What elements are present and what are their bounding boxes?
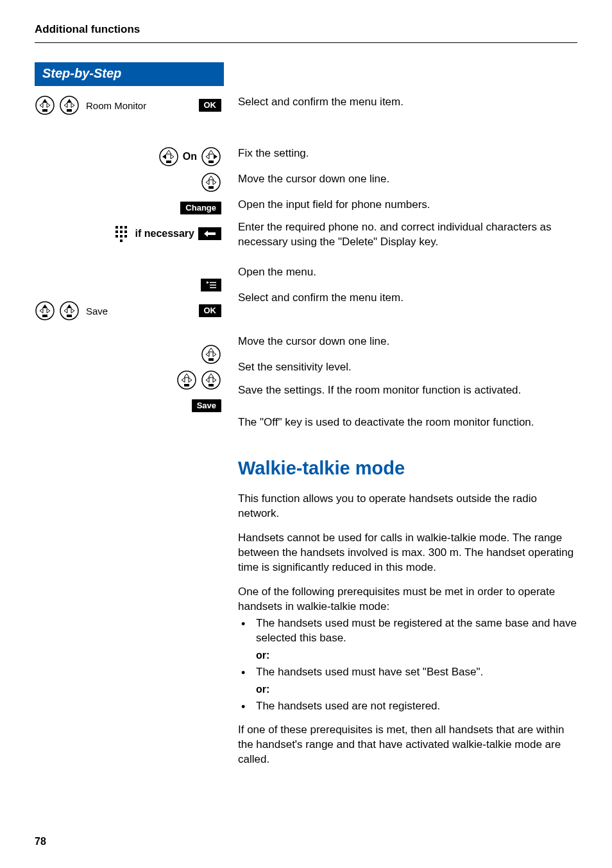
prereq-item-2: The handsets used must have set "Best Ba… [238, 665, 577, 680]
svg-rect-28 [208, 358, 214, 361]
step-sensitivity [35, 367, 224, 393]
desc-r1: Select and confirm the menu item. [238, 95, 404, 110]
svg-rect-5 [166, 161, 171, 163]
step-if-necessary: if necessary [35, 221, 224, 247]
step-cursor-down [35, 169, 224, 195]
svg-rect-32 [208, 384, 214, 386]
step-save-key: Save [35, 393, 224, 419]
svg-rect-18 [124, 235, 127, 238]
nav-up-icon [35, 95, 55, 116]
ok-key[interactable]: OK [199, 304, 222, 318]
nav-down-icon [59, 300, 80, 321]
desc-r3: Move the cursor down one line. [238, 172, 389, 187]
walkie-p3: One of the following prerequisites must … [238, 585, 577, 614]
page-number: 78 [35, 836, 46, 847]
desc-r10: Save the settings. If the room monitor f… [238, 383, 521, 398]
prereq-item-1: The handsets used must be registered at … [238, 616, 577, 646]
step-save: Save OK [35, 298, 224, 324]
nav-right-icon [201, 146, 221, 167]
step-open-menu [35, 272, 224, 298]
save-display-key[interactable]: Save [192, 399, 221, 413]
left-column: Step-by-Step Room Monitor OK On [35, 62, 224, 777]
desc-r2: Fix the setting. [238, 146, 309, 161]
desc-r6: Open the menu. [238, 265, 316, 280]
svg-rect-9 [208, 186, 214, 189]
svg-rect-14 [120, 230, 123, 233]
nav-down-icon [201, 344, 221, 365]
desc-r7: Select and confirm the menu item. [238, 291, 404, 306]
svg-rect-1 [42, 109, 47, 112]
nav-down-icon [201, 172, 221, 193]
nav-down-icon [59, 95, 80, 116]
backspace-key[interactable] [198, 227, 221, 240]
keypad-icon [114, 225, 131, 243]
walkie-p2: Handsets cannot be used for calls in wal… [238, 531, 577, 575]
nav-left-icon [158, 146, 179, 167]
or-label-1: or: [238, 650, 577, 661]
svg-rect-13 [115, 230, 118, 233]
walkie-p1: This function allows you to operate hand… [238, 492, 577, 521]
walkie-talkie-heading: Walkie-talkie mode [238, 458, 577, 479]
prereq-list: The handsets used must be registered at … [238, 616, 577, 714]
step-cursor-down-2 [35, 342, 224, 367]
walkie-p4: If one of these prerequisites is met, th… [238, 723, 577, 767]
svg-rect-7 [208, 161, 214, 163]
prereq-item-3: The handsets used are not registered. [238, 699, 577, 714]
svg-rect-10 [115, 226, 118, 229]
svg-rect-11 [120, 226, 123, 229]
step-room-monitor: Room Monitor OK [35, 92, 224, 118]
save-label: Save [83, 306, 195, 317]
nav-left-icon [176, 370, 197, 390]
page-header: Additional functions [35, 23, 577, 43]
svg-rect-26 [67, 315, 72, 317]
desc-r11: The "Off" key is used to deactivate the … [238, 415, 534, 430]
svg-rect-12 [124, 226, 127, 229]
desc-r9: Set the sensitivity level. [238, 360, 352, 375]
svg-rect-16 [115, 235, 118, 238]
svg-rect-30 [184, 384, 189, 386]
change-key[interactable]: Change [180, 202, 221, 215]
svg-rect-3 [67, 109, 72, 112]
desc-r4: Open the input field for phone numbers. [238, 198, 430, 213]
room-monitor-label: Room Monitor [83, 100, 195, 111]
if-necessary-label: if necessary [135, 228, 194, 239]
nav-up-icon [35, 300, 55, 321]
step-on: On [35, 144, 224, 169]
desc-r5: Enter the required phone no. and correct… [238, 220, 577, 250]
svg-rect-15 [124, 230, 127, 233]
or-label-2: or: [238, 684, 577, 695]
step-change: Change [35, 195, 224, 221]
svg-rect-24 [42, 315, 47, 317]
svg-rect-17 [120, 235, 123, 238]
on-label: On [183, 151, 197, 162]
right-column: Select and confirm the menu item. Fix th… [224, 62, 577, 777]
ok-key[interactable]: OK [199, 99, 222, 112]
step-by-step-header: Step-by-Step [35, 62, 224, 86]
svg-rect-19 [120, 239, 123, 242]
desc-r8: Move the cursor down one line. [238, 334, 389, 349]
menu-key[interactable] [201, 279, 221, 291]
nav-right-icon [201, 370, 221, 390]
